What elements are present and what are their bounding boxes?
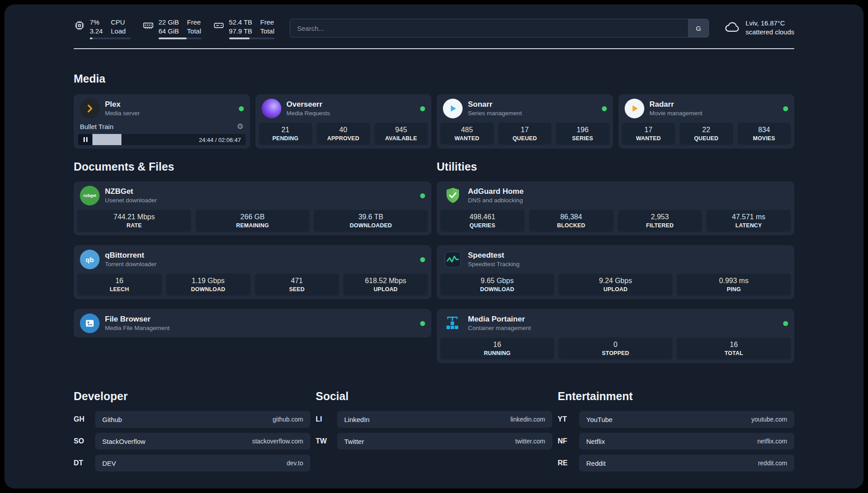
app-name: Overseerr (287, 100, 330, 109)
bookmark-abbr: YT (558, 415, 573, 423)
stat-value: 16 (493, 341, 501, 349)
stat-value: 945 (395, 126, 407, 134)
stat-value: 9.24 Gbps (599, 277, 632, 285)
app-name: Plex (105, 100, 140, 109)
stat-value: 0.993 ms (719, 277, 749, 285)
bookmark-link-reddit[interactable]: Reddit reddit.com (579, 455, 794, 472)
bookmark-row: DT DEV dev.to (74, 455, 310, 472)
stat-label: FILTERED (646, 222, 674, 229)
bookmark-link-netflix[interactable]: Netflix netflix.com (579, 433, 794, 450)
stat-value: 40 (339, 126, 347, 134)
stat-tile: 86,384 BLOCKED (529, 210, 613, 232)
bookmark-name: DEV (102, 460, 116, 467)
bookmark-link-linkedin[interactable]: LinkedIn linkedin.com (337, 411, 552, 428)
weather-location: Lviv, 16.87°C (746, 19, 794, 28)
topbar-divider (74, 48, 794, 49)
stat-tile: 618.52 Mbps UPLOAD (343, 274, 428, 296)
stat-value: 2,953 (651, 213, 669, 221)
bookmark-abbr: TW (316, 437, 331, 445)
adguard-card[interactable]: AdGuard Home DNS and adblocking 498,461 … (437, 181, 794, 235)
stat-tile: 9.65 Gbps DOWNLOAD (440, 274, 554, 296)
stat-value: 1.19 Gbps (192, 277, 225, 285)
stat-tile: 498,461 QUERIES (440, 210, 525, 232)
speedtest-card[interactable]: Speedtest Speedtest Tracking 9.65 Gbps D… (437, 245, 794, 299)
stat-value: 47.571 ms (732, 213, 765, 221)
bookmark-link-twitter[interactable]: Twitter twitter.com (337, 433, 552, 450)
stat-tile: 47.571 ms LATENCY (706, 210, 791, 232)
stat-value: 16 (730, 341, 738, 349)
topbar: 7% 3.24 CPU Load 22 GiB (4, 4, 864, 39)
stat-label: BLOCKED (557, 222, 585, 229)
stat-tile: 471 SEED (255, 274, 339, 296)
radarr-card[interactable]: Radarr Movie management 17 WANTED 22 QUE… (618, 94, 795, 149)
search-engine-button[interactable]: G (688, 19, 709, 37)
bookmark-name: Netflix (586, 438, 605, 445)
nzbget-card[interactable]: nzbget NZBGet Usenet downloader 744.21 M… (74, 181, 431, 235)
qbittorrent-card[interactable]: qb qBittorrent Torrent downloader 16 LEE… (74, 245, 431, 299)
filebrowser-icon (80, 313, 100, 333)
bookmark-link-youtube[interactable]: YouTube youtube.com (579, 411, 794, 428)
app-subtitle: Media server (105, 110, 140, 117)
sonarr-card[interactable]: Sonarr Series management 485 WANTED 17 Q… (437, 94, 613, 149)
overseerr-icon (262, 99, 281, 118)
app-subtitle: Movie management (650, 110, 703, 117)
stat-label: DOWNLOADED (350, 222, 392, 229)
stat-tile: 16 RUNNING (440, 338, 554, 359)
portainer-card[interactable]: Media Portainer Container management 16 … (437, 309, 794, 363)
developer-section-title: Developer (74, 390, 310, 403)
app-subtitle: DNS and adblocking (468, 197, 524, 204)
status-dot (420, 193, 425, 198)
stat-tile: 744.21 Mbps RATE (77, 210, 191, 232)
weather-widget: Lviv, 16.87°C scattered clouds (724, 19, 794, 37)
nzbget-icon: nzbget (80, 186, 100, 205)
bookmark-name: LinkedIn (344, 416, 370, 423)
stat-label: APPROVED (327, 135, 359, 142)
status-dot (420, 321, 425, 326)
bookmark-row: NF Netflix netflix.com (558, 433, 794, 450)
pause-button[interactable] (78, 134, 92, 145)
bookmark-name: Github (102, 416, 122, 423)
stat-tile: 196 SERIES (556, 123, 609, 145)
ram-free-label: Free (187, 18, 201, 27)
search-input[interactable] (290, 25, 688, 32)
hard-drive-icon (213, 20, 225, 33)
filebrowser-card[interactable]: File Browser Media File Management (74, 309, 431, 338)
app-subtitle: Container management (468, 325, 531, 331)
stat-label: MOVIES (753, 135, 775, 142)
stat-label: LEECH (110, 286, 129, 292)
stat-label: STOPPED (602, 350, 629, 356)
stat-label: QUEUED (513, 135, 537, 142)
bookmark-abbr: NF (558, 437, 573, 445)
app-name: Speedtest (468, 251, 520, 260)
cpu-percent: 7% (90, 18, 103, 27)
app-name: Media Portainer (468, 315, 531, 324)
overseerr-card[interactable]: Overseerr Media Requests 21 PENDING 40 A… (255, 94, 432, 149)
bookmark-url: reddit.com (758, 460, 787, 467)
stat-label: REMAINING (236, 222, 269, 229)
ram-free-value: 22 GiB (159, 18, 179, 27)
app-subtitle: Media Requests (287, 110, 330, 117)
stat-label: UPLOAD (604, 286, 628, 292)
app-subtitle: Torrent downloader (105, 261, 157, 267)
stat-value: 22 (702, 126, 710, 134)
social-bookmarks: Social LI LinkedIn linkedin.com TW Twitt… (316, 390, 552, 472)
bookmark-link-github[interactable]: Github github.com (95, 411, 310, 428)
app-name: File Browser (105, 315, 170, 324)
gear-icon[interactable]: ⚙ (237, 123, 243, 130)
sonarr-icon (443, 99, 463, 118)
stat-value: 485 (461, 126, 473, 134)
stat-value: 196 (576, 126, 588, 134)
stat-label: AVAILABLE (385, 135, 417, 142)
plex-card[interactable]: Plex Media server Bullet Train ⚙ 24:44 /… (74, 94, 250, 149)
stat-tile: 834 MOVIES (738, 123, 791, 145)
app-name: Radarr (650, 100, 703, 109)
bookmark-link-dev[interactable]: DEV dev.to (95, 455, 310, 472)
stat-label: TOTAL (725, 350, 743, 356)
bookmark-link-stackoverflow[interactable]: StackOverflow stackoverflow.com (95, 433, 310, 450)
playback-progress-track[interactable]: 24:44 / 02:06:47 (92, 134, 246, 145)
cpu-label: CPU (111, 18, 125, 27)
stat-label: SEED (289, 286, 305, 292)
bookmark-row: LI LinkedIn linkedin.com (316, 411, 552, 428)
bookmark-url: youtube.com (751, 416, 787, 423)
stat-tile: 39.6 TB DOWNLOADED (314, 210, 428, 232)
